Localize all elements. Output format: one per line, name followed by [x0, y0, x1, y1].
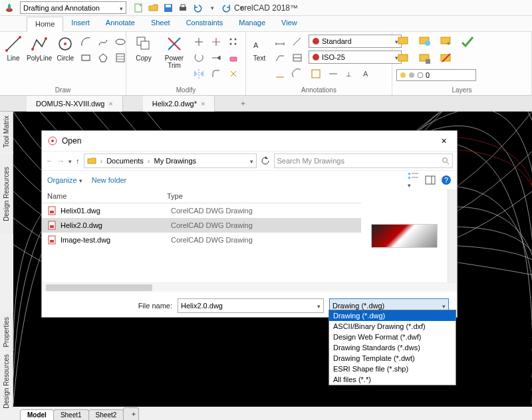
- dropdown-option[interactable]: ASCII/Binary Drawing (*.dxf): [329, 321, 456, 332]
- help-icon[interactable]: ?: [441, 175, 452, 185]
- organize-button[interactable]: Organize: [47, 176, 82, 184]
- sheet-tab-sheet1[interactable]: Sheet1: [53, 409, 89, 420]
- svg-rect-57: [426, 176, 435, 184]
- breadcrumb[interactable]: Documents My Drawings: [84, 154, 257, 168]
- refresh-icon[interactable]: [261, 156, 270, 165]
- tab-insert[interactable]: Insert: [63, 16, 98, 31]
- spline-icon[interactable]: [96, 35, 110, 49]
- fillet-icon[interactable]: [209, 66, 223, 81]
- tab-sheet[interactable]: Sheet: [143, 16, 178, 31]
- sidetab-design-resources-2[interactable]: Design Resources: [0, 355, 13, 408]
- layer-new-icon[interactable]: +: [439, 35, 454, 49]
- filename-input[interactable]: Helix2.0.dwg: [178, 298, 324, 313]
- file-row[interactable]: Image-test.dwg CorelCAD DWG Drawing: [42, 233, 361, 247]
- chevron-down-icon[interactable]: [250, 157, 253, 165]
- dim-ord-icon[interactable]: [273, 66, 287, 81]
- line-button[interactable]: Line: [4, 35, 23, 65]
- layer-del-icon[interactable]: [439, 52, 454, 66]
- arc-icon[interactable]: [78, 35, 93, 49]
- sidetab-tool-matrix[interactable]: Tool Matrix: [0, 112, 13, 152]
- dwg-file-icon: [47, 206, 57, 215]
- nav-back-button[interactable]: [46, 157, 53, 165]
- new-icon[interactable]: [133, 2, 145, 14]
- text-button[interactable]: A Text: [250, 35, 269, 81]
- open-icon[interactable]: [148, 2, 160, 14]
- dimstyle-selector[interactable]: ISO-25: [309, 51, 402, 64]
- textstyle-selector[interactable]: Standard: [309, 35, 402, 48]
- column-header-type[interactable]: Type: [167, 192, 356, 200]
- close-icon[interactable]: ×: [201, 100, 205, 108]
- mirror-icon[interactable]: [192, 66, 206, 81]
- pattern-icon[interactable]: [226, 35, 241, 49]
- sheet-tab-model[interactable]: Model: [20, 409, 54, 420]
- layer-lock-icon[interactable]: [418, 52, 432, 66]
- tab-manage[interactable]: Manage: [231, 16, 273, 31]
- circle-button[interactable]: Circle: [56, 35, 74, 65]
- polygon-icon[interactable]: [96, 51, 110, 65]
- group-annotations-label: Annotations: [250, 85, 388, 94]
- erase-icon[interactable]: [226, 51, 241, 65]
- file-row[interactable]: Helix01.dwg CorelCAD DWG Drawing: [42, 203, 361, 218]
- powertrim-button[interactable]: Power Trim: [161, 35, 188, 81]
- layer-selector[interactable]: 0: [396, 69, 476, 81]
- tab-view[interactable]: View: [273, 16, 305, 31]
- doc-tab[interactable]: DOMUS-N-XVIII.dwg ×: [27, 96, 123, 112]
- search-input[interactable]: Search My Drawings: [274, 154, 454, 168]
- doc-tab[interactable]: Helix2.0.dwg* ×: [143, 96, 215, 112]
- dropdown-option[interactable]: Drawing Template (*.dwt): [329, 353, 456, 364]
- print-icon[interactable]: [177, 2, 189, 14]
- dropdown-option[interactable]: Drawing (*.dwg): [329, 310, 456, 321]
- dropdown-option[interactable]: Drawing Standards (*.dws): [329, 342, 456, 353]
- tab-home[interactable]: Home: [27, 17, 63, 32]
- sheet-tab-sheet2[interactable]: Sheet2: [88, 409, 124, 420]
- nav-forward-button[interactable]: [57, 157, 65, 165]
- newfolder-button[interactable]: New folder: [92, 176, 127, 184]
- file-row[interactable]: Helix2.0.dwg CorelCAD DWG Drawing: [42, 218, 361, 233]
- layer-props-icon[interactable]: [396, 35, 411, 49]
- table-icon[interactable]: [290, 51, 305, 65]
- dimtool4-icon[interactable]: A: [360, 66, 375, 81]
- dwg-file-icon: [47, 221, 57, 230]
- column-header-name[interactable]: Name: [47, 192, 167, 200]
- nav-history-button[interactable]: [68, 157, 72, 165]
- nav-up-button[interactable]: [76, 157, 80, 165]
- extend-icon[interactable]: [209, 51, 223, 65]
- sidetab-design-resources[interactable]: Design Resources: [0, 154, 13, 234]
- dialog-close-button[interactable]: ✕: [436, 133, 452, 149]
- preview-pane-button[interactable]: [425, 175, 436, 185]
- search-icon: [442, 157, 450, 165]
- workspace-selector[interactable]: Drafting and Annotation: [20, 1, 126, 14]
- layer-iso-icon[interactable]: [418, 35, 432, 49]
- dropdown-option[interactable]: All files (*.*): [329, 374, 456, 385]
- layer-freeze-icon[interactable]: [396, 52, 411, 66]
- trim-icon[interactable]: [209, 35, 223, 49]
- sidetab-properties[interactable]: Properties: [0, 312, 13, 352]
- vertical-scrollbar[interactable]: [448, 189, 457, 282]
- dimtool3-icon[interactable]: ⟂: [343, 66, 358, 81]
- new-tab-button[interactable]: ＋: [235, 96, 251, 111]
- dropdown-option[interactable]: ESRI Shape file (*.shp): [329, 364, 456, 374]
- move-icon[interactable]: [192, 35, 206, 49]
- view-mode-button[interactable]: [408, 171, 420, 189]
- save-icon[interactable]: [162, 2, 174, 14]
- dim-linear-icon[interactable]: [273, 35, 287, 49]
- check-icon[interactable]: [460, 35, 475, 49]
- dimtool2-icon[interactable]: [326, 66, 340, 81]
- dim-ang-icon[interactable]: [290, 66, 305, 81]
- dim-align-icon[interactable]: [290, 35, 305, 49]
- rectangle-icon[interactable]: [78, 51, 93, 65]
- close-icon[interactable]: ×: [108, 100, 112, 108]
- copy-button[interactable]: Copy: [130, 35, 157, 81]
- tab-constraints[interactable]: Constraints: [178, 16, 231, 31]
- svg-point-13: [116, 39, 125, 45]
- rotate-icon[interactable]: [192, 51, 206, 65]
- polyline-button[interactable]: PolyLine: [27, 35, 52, 65]
- tab-annotate[interactable]: Annotate: [98, 16, 143, 31]
- sheet-tab-add[interactable]: ＋: [123, 407, 139, 420]
- explode-icon[interactable]: [226, 66, 241, 81]
- dimtool1-icon[interactable]: [309, 66, 323, 81]
- group-draw: Line PolyLine Circle Draw: [0, 32, 126, 95]
- leader-icon[interactable]: [273, 51, 287, 65]
- dropdown-option[interactable]: Design Web Format (*.dwf): [329, 332, 456, 342]
- horizontal-scrollbar[interactable]: [42, 282, 457, 292]
